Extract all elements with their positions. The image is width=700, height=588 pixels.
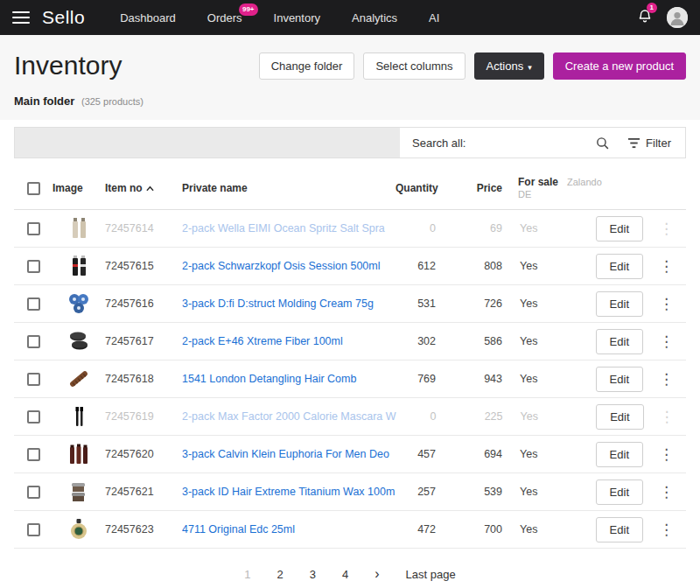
notification-count-badge: 1 — [647, 3, 657, 13]
nav-item-inventory[interactable]: Inventory — [274, 11, 320, 24]
edit-button[interactable]: Edit — [596, 480, 643, 505]
edit-button[interactable]: Edit — [596, 367, 643, 392]
edit-button[interactable]: Edit — [596, 442, 643, 467]
price: 808 — [452, 260, 518, 272]
row-checkbox[interactable] — [27, 222, 40, 235]
actions-dropdown-button[interactable]: Actions▾ — [474, 52, 544, 80]
page-title: Inventory — [14, 51, 122, 80]
for-sale: Yes — [518, 335, 602, 347]
nav-item-orders[interactable]: Orders 99+ — [207, 11, 242, 24]
price: 539 — [452, 486, 518, 498]
product-image — [52, 253, 105, 279]
chevron-up-icon — [146, 182, 154, 194]
row-checkbox[interactable] — [27, 486, 40, 499]
kebab-menu-icon[interactable]: ⋮ — [655, 332, 677, 351]
item-no: 72457621 — [105, 486, 182, 498]
row-checkbox[interactable] — [27, 298, 40, 311]
product-name: 1541 London Detangling Hair Comb — [182, 373, 396, 385]
product-thumbnail-blue-jars — [66, 290, 92, 317]
product-link[interactable]: 2-pack Wella EIMI Ocean Spritz Salt Spra — [182, 222, 396, 234]
row-checkbox[interactable] — [27, 373, 40, 386]
product-link[interactable]: 4711 Original Edc 25ml — [182, 523, 396, 536]
product-thumbnail-comb — [66, 366, 92, 392]
create-product-button[interactable]: Create a new product — [553, 52, 686, 80]
col-header-item-no[interactable]: Item no — [105, 182, 182, 194]
row-checkbox[interactable] — [27, 523, 40, 536]
product-link[interactable]: 2-pack Max Factor 2000 Calorie Mascara W — [182, 410, 396, 423]
row-checkbox[interactable] — [27, 260, 40, 273]
filter-button[interactable]: Filter — [622, 133, 676, 153]
search-input[interactable] — [15, 128, 400, 158]
price: 586 — [452, 335, 518, 347]
inventory-table: Image Item no Private name Quantity Pric… — [14, 167, 686, 549]
for-sale: Yes — [518, 448, 602, 460]
page-3[interactable]: 3 — [310, 568, 316, 581]
quantity: 302 — [396, 335, 452, 347]
item-no: 72457615 — [105, 260, 182, 272]
product-link[interactable]: 2-pack Schwarzkopf Osis Session 500ml — [182, 260, 396, 272]
product-link[interactable]: 3-pack D:fi D:struct Molding Cream 75g — [182, 298, 396, 310]
brand-logo[interactable]: Sello — [42, 7, 85, 28]
product-name: 3-pack D:fi D:struct Molding Cream 75g — [182, 298, 396, 310]
kebab-menu-icon[interactable]: ⋮ — [655, 445, 677, 464]
item-no: 72457616 — [105, 298, 182, 310]
row-checkbox[interactable] — [27, 448, 40, 461]
for-sale: Yes — [518, 373, 602, 385]
row-checkbox[interactable] — [27, 335, 40, 348]
kebab-menu-icon[interactable]: ⋮ — [656, 408, 678, 426]
kebab-menu-icon[interactable]: ⋮ — [655, 370, 677, 388]
product-link[interactable]: 1541 London Detangling Hair Comb — [182, 373, 396, 385]
page-2[interactable]: 2 — [277, 568, 284, 581]
quantity: 257 — [396, 486, 452, 498]
kebab-menu-icon[interactable]: ⋮ — [655, 220, 677, 238]
edit-button[interactable]: Edit — [596, 216, 643, 242]
product-image — [52, 441, 105, 467]
kebab-menu-icon[interactable]: ⋮ — [655, 521, 677, 539]
edit-button[interactable]: Edit — [596, 329, 643, 354]
nav-item-analytics[interactable]: Analytics — [352, 11, 397, 24]
for-sale: Yes — [518, 523, 602, 536]
product-link[interactable]: 2-pack E+46 Xtreme Fiber 100ml — [182, 335, 396, 347]
kebab-menu-icon[interactable]: ⋮ — [655, 257, 677, 276]
table-row: 72457619 2-pack Max Factor 2000 Calorie … — [14, 398, 686, 436]
menu-icon[interactable] — [12, 11, 30, 24]
next-page-chevron-icon[interactable]: › — [374, 566, 379, 582]
product-thumbnail-perfume-bottle — [66, 516, 92, 542]
edit-button[interactable]: Edit — [596, 291, 643, 317]
edit-button[interactable]: Edit — [596, 404, 643, 430]
filter-icon — [627, 137, 640, 149]
search-icon[interactable] — [592, 132, 613, 154]
nav-right: 1 — [637, 7, 688, 28]
page-4[interactable]: 4 — [342, 568, 348, 581]
select-all-checkbox[interactable] — [27, 182, 40, 195]
col-header-private-name: Private name — [182, 182, 396, 194]
item-no: 72457623 — [105, 523, 182, 536]
price: 943 — [452, 373, 518, 385]
product-name: 2-pack Schwarzkopf Osis Session 500ml — [182, 260, 396, 272]
product-image — [52, 366, 105, 392]
row-checkbox[interactable] — [27, 410, 40, 424]
edit-button[interactable]: Edit — [596, 517, 643, 542]
kebab-menu-icon[interactable]: ⋮ — [655, 483, 677, 501]
product-thumbnail-spray-bottles — [66, 215, 92, 242]
for-sale: Yes — [518, 486, 602, 498]
nav-item-dashboard[interactable]: Dashboard — [120, 11, 176, 24]
price: 726 — [452, 298, 518, 310]
user-avatar-icon[interactable] — [667, 7, 688, 28]
change-folder-button[interactable]: Change folder — [259, 52, 355, 80]
product-thumbnail-wax-jars — [66, 479, 92, 505]
product-link[interactable]: 3-pack ID Hair Extreme Titanium Wax 100m — [182, 486, 396, 498]
kebab-menu-icon[interactable]: ⋮ — [655, 295, 677, 313]
table-header-row: Image Item no Private name Quantity Pric… — [14, 167, 686, 210]
nav-item-ai[interactable]: AI — [429, 11, 439, 24]
price: 225 — [452, 410, 519, 423]
item-no: 72457619 — [105, 410, 182, 423]
product-link[interactable]: 3-pack Calvin Klein Euphoria For Men Deo — [182, 448, 396, 460]
last-page-link[interactable]: Last page — [406, 568, 456, 581]
edit-button[interactable]: Edit — [596, 254, 643, 279]
select-columns-button[interactable]: Select columns — [363, 52, 465, 80]
search-bar: Search all: Filter — [14, 127, 686, 158]
col-header-image: Image — [52, 182, 105, 194]
notifications-icon[interactable]: 1 — [637, 8, 653, 27]
table-row: 72457618 1541 London Detangling Hair Com… — [14, 360, 686, 398]
